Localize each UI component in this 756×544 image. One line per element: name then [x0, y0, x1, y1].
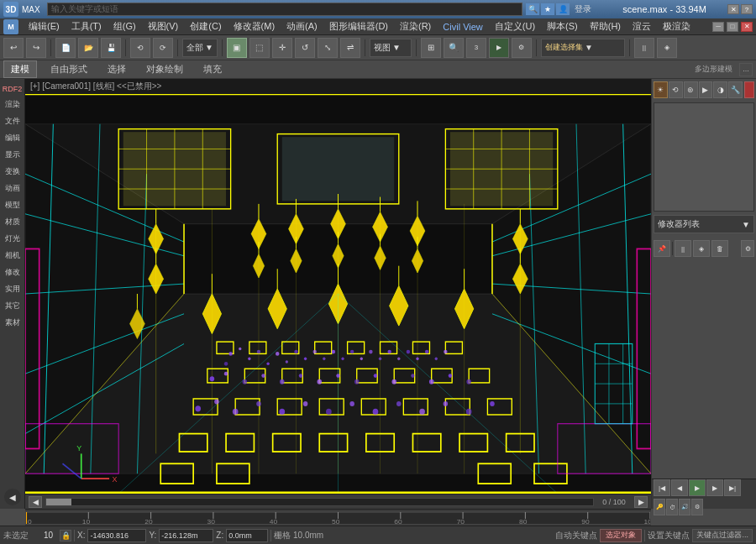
save-btn[interactable]: 💾 [101, 38, 121, 58]
play-btn[interactable]: ▶ [689, 479, 706, 496]
sidebar-collapse-btn[interactable]: ◀ [4, 489, 21, 505]
zoom3d-btn[interactable]: 3 [466, 38, 486, 58]
sidebar-display[interactable]: 显示 [2, 147, 24, 163]
menu-script[interactable]: 脚本(S) [542, 18, 583, 34]
tab-select[interactable]: 选择 [101, 61, 133, 77]
undo-btn[interactable]: ↩ [3, 38, 24, 58]
x-input[interactable] [87, 529, 146, 542]
sidebar-light[interactable]: 灯光 [2, 231, 24, 247]
menu-render[interactable]: 渲染(R) [395, 18, 436, 34]
sidebar-rdf2[interactable]: RDF2 [2, 82, 24, 96]
prev-frame-btn[interactable]: ◀ [671, 479, 688, 496]
next-frame-btn[interactable]: ▶ [706, 479, 723, 496]
viewport[interactable]: [+] [Camera001] [线框] <<已禁用>> [25, 79, 651, 509]
new-scene-btn[interactable]: 📄 [55, 38, 76, 58]
lock-icon[interactable]: 🔒 [60, 530, 71, 541]
filter-btn[interactable]: 关键点过滤器... [692, 529, 753, 542]
scrollbar-track[interactable] [45, 498, 594, 506]
rp-display-btn[interactable]: ◑ [713, 81, 727, 98]
undo2-btn[interactable]: ⟲ [130, 38, 150, 58]
max-logo[interactable]: M [3, 19, 18, 34]
window-close-btn[interactable]: ✕ [727, 4, 739, 14]
sidebar-camera[interactable]: 相机 [2, 248, 24, 264]
go-end-btn[interactable]: ▶| [724, 479, 741, 496]
rp-motion-btn[interactable]: ▶ [699, 81, 713, 98]
schematic-btn[interactable]: ◈ [657, 38, 677, 58]
sidebar-edit[interactable]: 编辑 [2, 130, 24, 146]
menu-civil-view[interactable]: Civil View [438, 20, 487, 34]
main-window-maximize[interactable]: □ [727, 22, 738, 32]
go-start-btn[interactable]: |◀ [654, 479, 670, 496]
sound-btn[interactable]: 🔊 [679, 499, 690, 515]
sidebar-render[interactable]: 渲染 [2, 97, 24, 112]
viewport-config-btn[interactable]: ⊞ [421, 38, 441, 58]
redo-btn[interactable]: ↪ [26, 38, 46, 58]
rp-modify-btn[interactable]: ⟲ [669, 81, 683, 98]
named-selection-dropdown[interactable]: 创建选择集 ▼ [541, 39, 625, 57]
main-window-close[interactable]: ✕ [741, 22, 753, 32]
z-input[interactable] [226, 529, 268, 542]
sidebar-transform[interactable]: 变换 [2, 164, 24, 180]
rotate-btn[interactable]: ↺ [295, 38, 315, 58]
pin-stack-btn[interactable]: 📌 [654, 240, 670, 257]
menu-view[interactable]: 视图(V) [143, 18, 184, 34]
mirror-btn[interactable]: ⇌ [340, 38, 360, 58]
timeline-track-main[interactable]: 0 10 20 30 40 50 60 70 80 90 100 [25, 511, 651, 525]
menu-animation[interactable]: 动画(A) [281, 18, 323, 34]
menu-edit[interactable]: 编辑(E) [24, 18, 65, 34]
rp-active-btn[interactable] [744, 81, 754, 98]
window-help-btn[interactable]: ? [741, 4, 753, 14]
viewport-canvas[interactable]: X Y [25, 94, 651, 494]
tab-fill[interactable]: 填充 [197, 61, 228, 77]
config-btn[interactable]: ⚙ [741, 240, 754, 257]
options-btn[interactable]: ⚙ [691, 499, 703, 515]
zoom-btn[interactable]: 🔍 [444, 38, 464, 58]
rp-hierarchy-btn[interactable]: ⊛ [684, 81, 698, 98]
select-btn[interactable]: ▣ [227, 38, 247, 58]
modifier-list-dropdown[interactable]: 修改器列表 ▼ [654, 215, 754, 233]
sidebar-model[interactable]: 模型 [2, 197, 24, 213]
search-icon[interactable]: 🔍 [526, 3, 539, 15]
move-btn[interactable]: ✛ [272, 38, 292, 58]
open-btn[interactable]: 📂 [78, 38, 98, 58]
menu-create[interactable]: 创建(C) [185, 18, 226, 34]
menu-graph-editor[interactable]: 图形编辑器(D) [324, 18, 393, 34]
sidebar-other[interactable]: 其它 [2, 298, 24, 314]
rp-create-btn[interactable]: ☀ [654, 81, 668, 98]
sidebar-file[interactable]: 文件 [2, 113, 24, 129]
y-input[interactable] [159, 529, 213, 542]
time-cfg-btn[interactable]: ⏱ [666, 499, 678, 515]
menu-group[interactable]: 组(G) [108, 18, 141, 34]
more-btn[interactable]: … [739, 63, 753, 76]
show-result-btn[interactable]: || [675, 240, 691, 257]
timeline-ruler[interactable]: 0 10 20 30 40 50 60 70 80 90 100 [25, 509, 651, 526]
star-icon[interactable]: ★ [541, 3, 554, 15]
redo2-btn[interactable]: ⟳ [153, 38, 173, 58]
scroll-left-btn[interactable]: ◀ [29, 496, 42, 508]
sidebar-animation[interactable]: 动画 [2, 180, 24, 196]
scroll-right-btn[interactable]: ▶ [634, 496, 648, 508]
login-btn[interactable]: 登录 [571, 3, 595, 15]
tab-paint[interactable]: 对象绘制 [139, 61, 190, 77]
select-region-btn[interactable]: ⬚ [249, 38, 270, 58]
sidebar-modify[interactable]: 修改 [2, 264, 24, 280]
rp-utility-btn[interactable]: 🔧 [728, 81, 743, 98]
menu-tools[interactable]: 工具(T) [66, 18, 107, 34]
search-bar-top[interactable]: 输入关键字或短语 [47, 3, 522, 16]
sidebar-material[interactable]: 材质 [2, 214, 24, 230]
tab-build[interactable]: 建模 [3, 60, 37, 78]
render-setup-btn[interactable]: ⚙ [512, 38, 532, 58]
menu-custom[interactable]: 自定义(U) [490, 18, 540, 34]
main-window-minimize[interactable]: ─ [712, 22, 724, 32]
menu-modifier[interactable]: 修改器(M) [228, 18, 281, 34]
key-mode-btn[interactable]: 🔑 [654, 499, 665, 515]
menu-help[interactable]: 帮助(H) [585, 18, 626, 34]
render-btn[interactable]: ▶ [489, 38, 509, 58]
menu-extreme-render[interactable]: 极渲染 [658, 18, 696, 34]
auto-key-btn[interactable]: 选定对象 [600, 529, 642, 542]
track-view-btn[interactable]: || [634, 38, 654, 58]
tab-freeform[interactable]: 自由形式 [44, 61, 94, 77]
remove-mod-btn[interactable]: 🗑 [711, 240, 728, 257]
filter-dropdown[interactable]: 全部 ▼ [182, 39, 218, 57]
sidebar-utility[interactable]: 实用 [2, 281, 24, 297]
